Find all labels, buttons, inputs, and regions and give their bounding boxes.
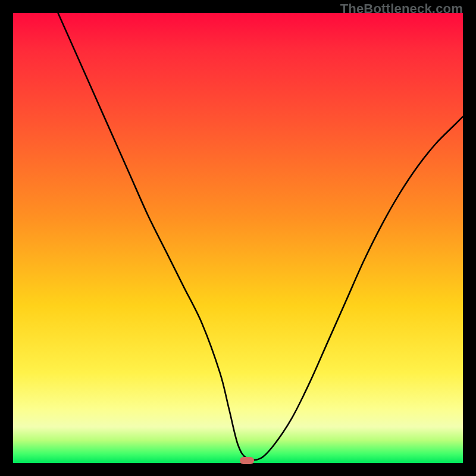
optimum-marker: [240, 457, 254, 464]
plot-area: [13, 13, 463, 463]
chart-frame: TheBottleneck.com: [0, 0, 476, 476]
bottleneck-curve: [13, 13, 463, 463]
